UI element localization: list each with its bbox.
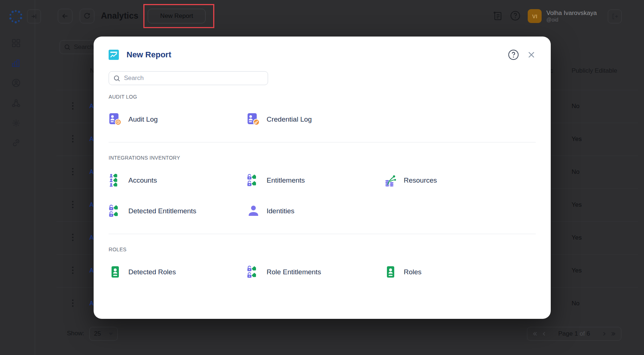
- role-entitlements-icon: [247, 266, 260, 279]
- row-menu-icon[interactable]: [72, 201, 74, 210]
- changelog-icon[interactable]: [493, 11, 503, 21]
- chevron-down-icon: [109, 333, 113, 335]
- row-menu-icon[interactable]: [72, 135, 74, 144]
- table-row-publicly-editable: Yes: [572, 135, 582, 143]
- table-row-name[interactable]: A: [89, 103, 94, 110]
- entitlements-icon: [247, 174, 260, 187]
- row-menu-icon[interactable]: [72, 234, 74, 243]
- app-logo: [8, 9, 23, 24]
- accounts-icon: [109, 174, 122, 187]
- report-item-audit-log[interactable]: Audit Log: [109, 109, 247, 130]
- row-menu-icon[interactable]: [72, 168, 74, 177]
- resources-icon: [384, 174, 397, 187]
- section-label-integrations-inventory: INTEGRATIONS INVENTORY: [109, 155, 536, 161]
- identities-user-icon[interactable]: [11, 78, 21, 88]
- row-menu-icon[interactable]: [72, 299, 74, 308]
- row-menu-icon[interactable]: [72, 102, 74, 111]
- sidebar-collapse-button[interactable]: [27, 9, 41, 23]
- pagination-label: Page 1 of 6: [550, 330, 598, 337]
- integrations-hub-icon[interactable]: [11, 99, 21, 108]
- table-row-publicly-editable: No: [572, 168, 580, 176]
- report-item-role-entitlements[interactable]: Role Entitlements: [247, 262, 384, 282]
- modal-search: [109, 71, 268, 85]
- table-row-name[interactable]: A: [89, 267, 94, 274]
- report-item-label: Detected Roles: [128, 268, 176, 276]
- detected-entitlements-icon: [109, 205, 122, 218]
- settings-gear-icon[interactable]: [11, 118, 21, 128]
- table-row-publicly-editable: Yes: [572, 234, 582, 241]
- credential-log-icon: [247, 113, 260, 126]
- report-item-accounts[interactable]: Accounts: [109, 170, 247, 191]
- roles-icon: [384, 266, 397, 279]
- show-label: Show:: [67, 330, 84, 337]
- of-label: of: [580, 330, 585, 337]
- next-page-icon[interactable]: [601, 331, 607, 337]
- dashboard-grid-icon[interactable]: [11, 38, 21, 48]
- new-report-modal: New Report AUDIT LOG Audit Log Credentia…: [94, 37, 551, 319]
- page-number: Page 1: [558, 330, 578, 337]
- report-item-label: Detected Entitlements: [128, 207, 196, 215]
- section-label-audit-log: AUDIT LOG: [109, 94, 536, 100]
- report-item-label: Credential Log: [267, 115, 312, 123]
- table-row-publicly-editable: No: [572, 103, 580, 110]
- report-item-roles[interactable]: Roles: [384, 262, 536, 282]
- analytics-bars-icon[interactable]: [11, 58, 21, 68]
- report-item-credential-log[interactable]: Credential Log: [247, 109, 384, 130]
- report-item-label: Role Entitlements: [267, 268, 321, 276]
- audit-log-icon: [109, 113, 122, 126]
- pagination: Page 1 of 6: [527, 327, 621, 341]
- table-row-name[interactable]: A: [89, 300, 94, 307]
- column-header-publicly-editable[interactable]: Publicly Editable: [572, 67, 617, 75]
- report-item-label: Audit Log: [128, 115, 158, 123]
- table-row-publicly-editable: Yes: [572, 267, 582, 274]
- table-row-name[interactable]: A: [89, 135, 94, 143]
- back-button[interactable]: [58, 9, 72, 23]
- background-search-placeholder: Search: [74, 43, 94, 51]
- detected-roles-icon: [109, 266, 122, 279]
- table-row-name[interactable]: A: [89, 168, 94, 176]
- refresh-button[interactable]: [80, 9, 94, 23]
- page-size-value: 25: [94, 330, 101, 337]
- help-icon[interactable]: [510, 10, 521, 21]
- modal-close-icon[interactable]: [527, 50, 536, 59]
- report-item-detected-roles[interactable]: Detected Roles: [109, 262, 247, 282]
- table-row-publicly-editable: Yes: [572, 201, 582, 209]
- report-icon: [109, 50, 119, 60]
- report-item-label: Entitlements: [267, 176, 305, 184]
- page-size-select[interactable]: 25: [89, 327, 118, 341]
- sidebar: [0, 0, 35, 355]
- table-row-name[interactable]: A: [89, 234, 94, 241]
- report-item-label: Identities: [267, 207, 294, 215]
- report-item-label: Accounts: [128, 176, 157, 184]
- report-item-resources[interactable]: Resources: [384, 170, 536, 191]
- modal-search-input[interactable]: [124, 75, 263, 82]
- report-item-identities[interactable]: Identities: [247, 201, 384, 221]
- row-menu-icon[interactable]: [72, 267, 74, 275]
- table-row-name[interactable]: A: [89, 201, 94, 209]
- page-title: Analytics: [101, 11, 138, 21]
- modal-help-icon[interactable]: [508, 49, 519, 60]
- avatar[interactable]: VI: [528, 9, 542, 23]
- report-item-label: Roles: [404, 268, 422, 276]
- report-item-detected-entitlements[interactable]: Detected Entitlements: [109, 201, 247, 221]
- last-page-icon[interactable]: [610, 331, 617, 337]
- previous-page-icon[interactable]: [541, 331, 547, 337]
- report-item-label: Resources: [404, 176, 437, 184]
- section-divider: [109, 142, 536, 142]
- user-handle: @oid: [546, 17, 558, 23]
- table-row-publicly-editable: No: [572, 300, 580, 307]
- total-pages: 6: [587, 330, 590, 337]
- first-page-icon[interactable]: [531, 331, 538, 337]
- search-icon: [64, 44, 71, 50]
- user-name: Volha Ivarovskaya: [546, 9, 597, 17]
- modal-title: New Report: [127, 50, 171, 60]
- logout-icon[interactable]: [608, 9, 622, 23]
- modal-header: New Report: [109, 47, 536, 62]
- annotation-rectangle: [143, 4, 214, 28]
- report-item-entitlements[interactable]: Entitlements: [247, 170, 384, 191]
- section-label-roles: ROLES: [109, 247, 536, 252]
- search-icon: [113, 75, 120, 82]
- link-icon[interactable]: [11, 138, 21, 148]
- identities-icon: [247, 205, 260, 218]
- section-divider: [109, 234, 536, 234]
